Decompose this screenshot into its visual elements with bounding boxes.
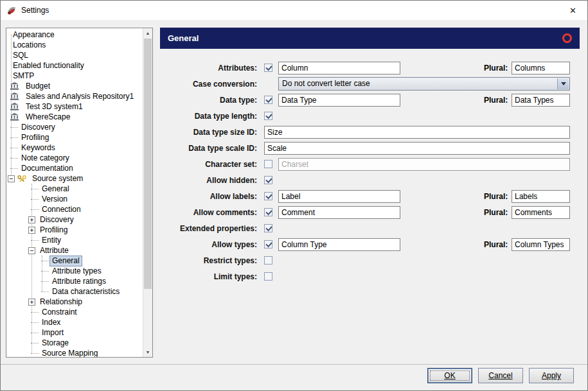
collapse-icon[interactable] [28, 247, 35, 254]
tree-item-label[interactable]: Budget [23, 81, 53, 92]
tree-item-label[interactable]: General [39, 184, 72, 195]
tree-item-label[interactable]: Constraint [39, 307, 80, 318]
allow-comments-input[interactable]: Comment [278, 206, 400, 219]
tree-item-profiling[interactable]: Profiling [8, 132, 143, 143]
scroll-down-icon[interactable]: ▼ [143, 347, 152, 357]
tree-item-storage[interactable]: Storage [8, 338, 143, 348]
tree-item-label[interactable]: Attribute [37, 245, 71, 256]
allow-types-plural-input[interactable]: Column Types [512, 238, 570, 251]
attributes-input[interactable]: Column [278, 62, 400, 74]
tree-item-label[interactable]: Import [39, 327, 66, 338]
tree-item-version[interactable]: Version [8, 194, 143, 204]
tree-item-label[interactable]: Index [39, 317, 63, 328]
expand-icon[interactable] [28, 216, 35, 223]
tree-item-sales-and-analysis-repository1[interactable]: Sales and Analysis Repository1 [8, 91, 143, 101]
tree-item-source-mapping[interactable]: Source Mapping [8, 348, 143, 357]
attributes-plural-input[interactable]: Columns [512, 62, 570, 74]
tree-item-label[interactable]: Sales and Analysis Repository1 [23, 91, 136, 102]
tree-item-note-category[interactable]: Note category [8, 153, 143, 163]
tree-item-general[interactable]: General [8, 256, 143, 266]
data-type-plural-input[interactable]: Data Types [512, 94, 570, 107]
allow-comments-checkbox[interactable] [264, 208, 272, 216]
data-type-length-checkbox[interactable] [264, 112, 272, 120]
tree-item-label[interactable]: Data characteristics [49, 286, 122, 297]
restrict-types-checkbox[interactable] [264, 256, 272, 265]
extended-properties-checkbox[interactable] [264, 224, 272, 232]
tree-item-label[interactable]: Version [39, 194, 70, 205]
tree-item-smtp[interactable]: SMTP [8, 71, 143, 81]
tree-item-label[interactable]: Enabled functionality [10, 60, 87, 71]
tree-item-label[interactable]: Profiling [37, 225, 70, 236]
tree-item-profiling[interactable]: Profiling [8, 225, 143, 235]
tree-item-label[interactable]: Storage [39, 338, 71, 349]
allow-hidden-checkbox[interactable] [264, 176, 272, 184]
tree-item-relationship[interactable]: Relationship [8, 297, 143, 307]
tree-item-test-3d-system1[interactable]: Test 3D system1 [8, 101, 143, 112]
ok-button[interactable]: OK [427, 368, 472, 383]
tree-item-label[interactable]: Profiling [19, 132, 51, 143]
data-type-size-id-input[interactable]: Size [264, 126, 570, 139]
tree-item-label[interactable]: Source system [30, 173, 85, 184]
tree-item-label[interactable]: Locations [10, 40, 48, 51]
limit-types-checkbox[interactable] [264, 272, 272, 281]
tree-item-attribute-ratings[interactable]: Attribute ratings [8, 276, 143, 286]
tree-item-discovery[interactable]: Discovery [8, 214, 143, 225]
tree-item-label[interactable]: Entity [39, 235, 64, 246]
tree-item-label[interactable]: Keywords [19, 143, 58, 153]
attributes-checkbox[interactable] [264, 64, 272, 72]
tree-item-appearance[interactable]: Appearance [8, 30, 143, 40]
tree-item-label[interactable]: Appearance [10, 30, 57, 40]
tree-item-label[interactable]: Documentation [19, 163, 76, 174]
data-type-checkbox[interactable] [264, 96, 272, 104]
collapse-icon[interactable] [8, 175, 15, 182]
tree-item-enabled-functionality[interactable]: Enabled functionality [8, 60, 143, 71]
tree-item-label[interactable]: WhereScape [23, 112, 73, 123]
expand-icon[interactable] [28, 227, 35, 234]
tree-item-label[interactable]: Attribute ratings [49, 276, 109, 287]
tree-item-index[interactable]: Index [8, 317, 143, 327]
allow-labels-input[interactable]: Label [278, 190, 400, 203]
scrollbar-thumb[interactable] [144, 39, 152, 289]
tree-item-label[interactable]: Discovery [37, 214, 76, 225]
tree-item-label[interactable]: Attribute types [49, 266, 104, 277]
tree-item-label[interactable]: Relationship [37, 297, 85, 308]
data-type-input[interactable]: Data Type [278, 94, 400, 107]
tree-item-label[interactable]: Connection [39, 204, 84, 215]
data-type-scale-id-input[interactable]: Scale [264, 142, 570, 155]
tree-item-attribute[interactable]: Attribute [8, 245, 143, 256]
tree-item-discovery[interactable]: Discovery [8, 122, 143, 132]
allow-types-checkbox[interactable] [264, 240, 272, 248]
tree-item-label[interactable]: Discovery [19, 122, 58, 133]
tree-item-entity[interactable]: Entity [8, 235, 143, 245]
expand-icon[interactable] [28, 299, 35, 306]
tree-item-attribute-types[interactable]: Attribute types [8, 266, 143, 276]
tree-item-import[interactable]: Import [8, 327, 143, 338]
tree-item-label[interactable]: Test 3D system1 [23, 101, 85, 112]
chevron-down-icon[interactable] [557, 78, 569, 89]
scroll-up-icon[interactable]: ▲ [143, 28, 152, 38]
allow-labels-checkbox[interactable] [264, 192, 272, 200]
cancel-button[interactable]: Cancel [478, 368, 523, 383]
allow-comments-plural-input[interactable]: Comments [512, 206, 570, 219]
tree-item-keywords[interactable]: Keywords [8, 143, 143, 153]
tree-item-label[interactable]: Source Mapping [39, 348, 100, 358]
tree-item-data-characteristics[interactable]: Data characteristics [8, 286, 143, 297]
tree-item-constraint[interactable]: Constraint [8, 307, 143, 317]
tree-item-label[interactable]: General [49, 256, 82, 266]
allow-labels-plural-input[interactable]: Labels [512, 190, 570, 203]
tree-item-source-system[interactable]: Source system [8, 173, 143, 184]
tree-item-label[interactable]: SQL [10, 50, 31, 61]
tree-item-label[interactable]: Note category [19, 153, 72, 164]
tree-item-wherescape[interactable]: WhereScape [8, 112, 143, 122]
close-button[interactable]: ✕ [558, 1, 587, 20]
tree-item-connection[interactable]: Connection [8, 204, 143, 214]
tree-item-documentation[interactable]: Documentation [8, 163, 143, 173]
tree-item-locations[interactable]: Locations [8, 40, 143, 50]
tree-item-label[interactable]: SMTP [10, 71, 37, 82]
tree-item-general[interactable]: General [8, 184, 143, 194]
tree-item-sql[interactable]: SQL [8, 50, 143, 60]
tree-scrollbar[interactable]: ▲ ▼ [143, 28, 152, 357]
tree-item-budget[interactable]: Budget [8, 81, 143, 91]
allow-types-input[interactable]: Column Type [278, 238, 400, 251]
apply-button[interactable]: Apply [529, 368, 574, 383]
